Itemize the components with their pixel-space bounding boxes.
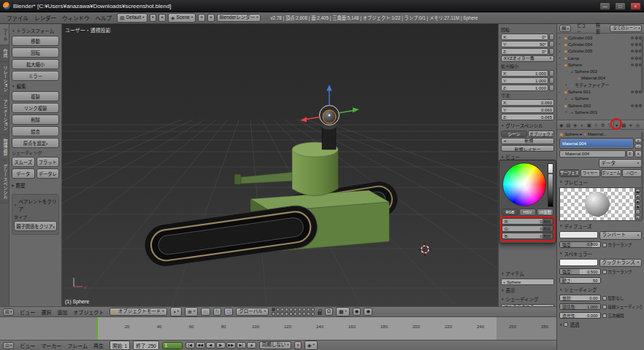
lock-icon[interactable] xyxy=(549,77,554,84)
layer-dot[interactable] xyxy=(307,312,310,316)
title-bar[interactable]: Blender* [C:¥Users¥anazawa¥Downloads¥scr… xyxy=(0,0,644,12)
dimension-axis-field[interactable]: X:0.060 xyxy=(501,99,554,106)
dimension-axis-field[interactable]: Y:0.060 xyxy=(501,106,554,113)
menu-item[interactable]: ビュー xyxy=(17,341,38,350)
layer-dot[interactable] xyxy=(280,312,284,316)
ambient-slider[interactable]: 環境色:1.000 xyxy=(559,303,601,310)
auto-keyframe-record-button[interactable]: ● xyxy=(294,341,302,349)
preview-flat-button[interactable]: ▬ xyxy=(635,189,640,193)
diffuse-ramp-checkbox[interactable] xyxy=(602,243,607,247)
layer-dot[interactable] xyxy=(272,312,275,316)
menu-item[interactable]: マーカー xyxy=(38,341,64,350)
layer-dot[interactable] xyxy=(285,308,288,311)
play-reverse-button[interactable]: ◀ xyxy=(206,342,215,349)
layer-dot[interactable] xyxy=(302,308,306,311)
transform-orientation-dropdown[interactable]: グローバル▾ xyxy=(236,308,269,316)
transparency-checkbox[interactable] xyxy=(564,322,568,327)
move-button[interactable]: 移動 xyxy=(12,36,59,46)
data-transfer-button[interactable]: データ xyxy=(12,168,35,179)
constraints-icon[interactable]: ◊ xyxy=(593,120,600,130)
layer-dot[interactable] xyxy=(280,308,284,311)
color-mode-tab[interactable]: HSV xyxy=(519,209,536,216)
specular-ramp-checkbox[interactable] xyxy=(602,270,607,274)
properties-scrollbar[interactable] xyxy=(641,132,643,219)
layer-dot[interactable] xyxy=(276,308,280,311)
layer-dot[interactable] xyxy=(294,308,297,311)
editor-type-button[interactable]: ▤▾ xyxy=(559,25,571,32)
scale-axis-field[interactable]: Y:1.000 xyxy=(501,77,548,84)
sphere-object[interactable] xyxy=(323,110,336,123)
scene-icon[interactable]: ◈ xyxy=(572,120,579,130)
particles-icon[interactable]: ∗ xyxy=(627,120,635,130)
material-type-tab[interactable]: ハロー xyxy=(622,169,643,177)
current-frame-field[interactable]: 1 xyxy=(162,342,183,349)
outliner-item-row[interactable]: − ◆ Sphere.001 xyxy=(557,88,644,95)
color-wheel-cursor[interactable] xyxy=(524,187,526,190)
breadcrumb-object[interactable]: Sphere xyxy=(564,132,578,136)
item-panel-header[interactable]: ▼アイテム xyxy=(501,270,554,277)
transparency-panel-header[interactable]: ▼透過 xyxy=(559,321,642,328)
selectability-toggle-icon[interactable] xyxy=(635,90,638,94)
add-scene-button[interactable]: + xyxy=(198,14,205,22)
tool-shelf-tab[interactable]: ツール xyxy=(0,24,9,45)
color-wheel[interactable] xyxy=(502,163,546,206)
prev-keyframe-button[interactable]: ◀◀ xyxy=(196,342,205,349)
outliner-item-row[interactable]: + ◆ Cylinder.005 xyxy=(557,48,644,55)
material-link-dropdown[interactable]: データ▾ xyxy=(599,159,643,168)
preview-monkey-button[interactable]: ◆ xyxy=(635,204,640,209)
specular-panel-header[interactable]: ▼スペキュラー xyxy=(559,250,642,257)
lock-icon[interactable] xyxy=(549,41,554,47)
translucency-slider[interactable]: 透光性:0.000 xyxy=(559,312,601,319)
menu-item[interactable]: オブジェクト xyxy=(70,308,107,316)
maximize-button[interactable]: □ xyxy=(615,2,626,10)
timeline-ruler[interactable]: 20406080100120140160180200220240260280 xyxy=(0,316,556,340)
outliner-item-row[interactable]: − ◆ Sphere xyxy=(557,61,644,68)
visibility-toggle-icon[interactable] xyxy=(631,50,634,52)
sync-mode-dropdown[interactable]: 同期しない▾ xyxy=(259,341,292,350)
manipulator-translate-button[interactable]: ↔ xyxy=(201,308,210,316)
join-button[interactable]: 結合 xyxy=(12,126,59,136)
data-layout-transfer-button[interactable]: データレ xyxy=(37,168,60,179)
menu-item[interactable]: ビュー xyxy=(17,308,38,316)
color-channel-slider[interactable]: R: 0.800 xyxy=(502,218,553,225)
emit-slider[interactable]: 放射:0.00 xyxy=(559,295,601,301)
object-tab-icon[interactable]: ▣ xyxy=(586,120,593,130)
scale-button[interactable]: 拡大縮小 xyxy=(12,59,59,69)
material-type-tab[interactable]: ボリューム xyxy=(601,169,621,177)
jump-to-start-button[interactable]: |◀ xyxy=(185,342,195,349)
diffuse-intensity-slider[interactable]: 強度:0.800 xyxy=(559,241,601,248)
layer-dot[interactable] xyxy=(276,312,280,316)
menu-item[interactable]: ウィンドウ xyxy=(59,15,93,23)
color-mode-tab[interactable]: 16進数 xyxy=(537,209,553,216)
minimize-button[interactable]: — xyxy=(599,2,610,10)
material-slot-list[interactable]: Material.004 xyxy=(559,138,634,149)
manipulator-center-dot[interactable] xyxy=(328,114,330,116)
color-channel-slider[interactable]: G: 0.800 xyxy=(502,225,553,232)
diffuse-panel-header[interactable]: ▼ディフューズ xyxy=(559,222,642,230)
diffuse-shader-dropdown[interactable]: ランバート▾ xyxy=(599,231,643,240)
set-origin-dropdown[interactable]: 原点を設定▾ xyxy=(12,138,59,148)
visibility-toggle-icon[interactable] xyxy=(631,104,634,107)
layer-dot[interactable] xyxy=(289,312,293,316)
selectability-toggle-icon[interactable] xyxy=(635,56,638,60)
lock-icon[interactable] xyxy=(549,48,554,55)
modifiers-icon[interactable]: ⚙ xyxy=(599,120,607,130)
preview-cube-button[interactable]: ■ xyxy=(635,199,640,203)
render-icon[interactable]: ◉ xyxy=(558,120,565,130)
preview-panel-header[interactable]: ▼プレビュー xyxy=(559,179,642,186)
scale-axis-field[interactable]: X:1.000 xyxy=(501,70,548,77)
menu-item[interactable]: 検索 xyxy=(593,21,607,36)
selectability-toggle-icon[interactable] xyxy=(635,42,638,46)
breadcrumb-material[interactable]: Material... xyxy=(588,132,607,136)
specular-color-swatch[interactable] xyxy=(559,259,598,266)
material-icon[interactable]: ● xyxy=(613,120,621,130)
value-slider-handle[interactable] xyxy=(548,173,553,174)
keying-set-dropdown[interactable]: ◈▾ xyxy=(304,341,318,349)
shade-smooth-button[interactable]: スムーズ xyxy=(12,157,35,167)
tool-shelf-tab[interactable]: 物理演算 xyxy=(0,135,9,160)
tool-shelf-tab[interactable]: リレーション xyxy=(0,62,9,96)
layer-dot[interactable] xyxy=(272,308,275,311)
menu-item[interactable]: ビュー xyxy=(574,21,593,36)
delete-scene-button[interactable]: × xyxy=(207,14,215,22)
shading-panel-header[interactable]: ▼シェーディング xyxy=(501,295,554,303)
